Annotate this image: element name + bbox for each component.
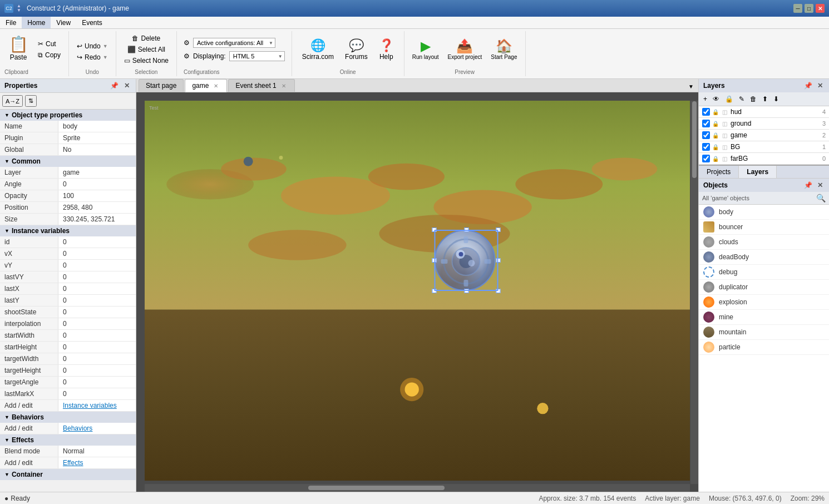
minimize-button[interactable]: ─ <box>793 4 802 13</box>
section-behaviors[interactable]: ▼ Behaviors <box>0 412 136 423</box>
layers-trash-btn[interactable]: 🗑 <box>748 94 759 104</box>
props-sort-az-btn[interactable]: A→Z <box>2 95 23 107</box>
displaying-label: Displaying: <box>193 52 226 60</box>
v-scrollbar-thumb[interactable] <box>692 101 697 178</box>
cut-button[interactable]: ✂ Cut <box>34 39 64 49</box>
maximize-button[interactable]: □ <box>805 4 813 13</box>
menu-home[interactable]: Home <box>22 17 51 28</box>
handle-tl[interactable] <box>432 228 437 232</box>
handle-bm[interactable] <box>464 289 468 293</box>
prop-global-key: Global <box>0 144 58 155</box>
section-effects[interactable]: ▼ Effects <box>0 434 136 446</box>
delete-button[interactable]: 🗑 Delete <box>129 33 164 43</box>
select-all-button[interactable]: ⬛ Select All <box>124 45 169 55</box>
objects-close-btn[interactable]: ✕ <box>816 181 825 190</box>
layers-eye-btn[interactable]: 👁 <box>710 94 722 104</box>
layers-lock-btn[interactable]: 🔒 <box>723 94 736 104</box>
tab-dropdown-btn[interactable]: ▼ <box>684 81 698 92</box>
canvas-area[interactable]: Test <box>136 92 698 492</box>
obj-row-deadBody[interactable]: deadBody <box>699 250 829 265</box>
handle-tr[interactable] <box>496 228 501 232</box>
layer-row-game[interactable]: 🔒 ◫ game 2 <box>699 130 829 141</box>
forums-button[interactable]: 💬 Forums <box>341 36 372 63</box>
add-edit-eff-link[interactable]: Effects <box>58 457 136 468</box>
obj-row-body[interactable]: body <box>699 205 829 220</box>
redo-button[interactable]: ↪ Redo ▼ <box>73 52 111 62</box>
tab-event-sheet[interactable]: Event sheet 1 ✕ <box>228 79 294 92</box>
handle-bl[interactable] <box>432 289 437 293</box>
copy-button[interactable]: ⧉ Copy <box>34 50 64 60</box>
obj-row-duplicator[interactable]: duplicator <box>699 280 829 295</box>
select-none-button[interactable]: ▭ Select None <box>121 56 172 66</box>
display-select[interactable]: HTML 5 <box>229 51 285 61</box>
layers-move-down-btn[interactable]: ⬇ <box>771 94 781 104</box>
scirra-button[interactable]: 🌐 Scirra.com <box>298 36 338 63</box>
section-common[interactable]: ▼ Common <box>0 156 136 167</box>
menu-file[interactable]: File <box>0 17 22 28</box>
h-scrollbar-thumb[interactable] <box>308 486 445 490</box>
layer-visible-ground[interactable] <box>702 120 710 127</box>
properties-close-btn[interactable]: ✕ <box>122 81 131 90</box>
tab-game-close[interactable]: ✕ <box>212 82 220 90</box>
tab-projects[interactable]: Projects <box>699 166 739 178</box>
undo-dropdown[interactable]: ▼ <box>103 43 108 49</box>
paste-button[interactable]: 📋 Paste <box>4 33 32 66</box>
section-object-type[interactable]: ▼ Object type properties <box>0 110 136 121</box>
tab-game[interactable]: game ✕ <box>185 79 227 92</box>
obj-row-bouncer[interactable]: bouncer <box>699 220 829 235</box>
layer-row-BG[interactable]: 🔒 ◫ BG 1 <box>699 141 829 153</box>
layers-pencil-btn[interactable]: ✎ <box>737 94 747 104</box>
run-layout-button[interactable]: ▶ Run layout <box>409 36 442 62</box>
objects-pin-btn[interactable]: 📌 <box>802 181 814 190</box>
obj-row-mine[interactable]: mine <box>699 310 829 325</box>
obj-row-clouds[interactable]: clouds <box>699 235 829 250</box>
layer-visible-BG[interactable] <box>702 143 710 151</box>
layer-visible-game[interactable] <box>702 131 710 139</box>
layers-move-up-btn[interactable]: ⬆ <box>760 94 770 104</box>
layers-pin-btn[interactable]: 📌 <box>802 81 814 90</box>
start-page-button[interactable]: 🏠 Start Page <box>487 36 520 62</box>
obj-row-explosion[interactable]: explosion <box>699 295 829 310</box>
obj-row-mountain[interactable]: mountain <box>699 325 829 340</box>
handle-ml[interactable] <box>432 258 437 263</box>
prop-position-row: Position 2958, 480 <box>0 202 136 214</box>
objects-search-btn[interactable]: 🔍 <box>816 194 826 202</box>
handle-tm[interactable] <box>464 228 468 232</box>
obj-row-debug[interactable]: debug <box>699 265 829 280</box>
layer-row-farBG[interactable]: 🔒 ◫ farBG 0 <box>699 153 829 165</box>
layers-close-btn[interactable]: ✕ <box>816 81 825 90</box>
add-edit-beh-key: Add / edit <box>0 423 58 434</box>
layer-visible-farBG[interactable] <box>702 155 710 162</box>
tab-layers-bottom[interactable]: Layers <box>739 166 777 178</box>
v-scrollbar[interactable] <box>690 101 698 484</box>
add-edit-beh-link[interactable]: Behaviors <box>58 423 136 434</box>
undo-button[interactable]: ↩ Undo ▼ <box>73 41 111 51</box>
handle-mr[interactable] <box>496 258 501 263</box>
tab-event-close[interactable]: ✕ <box>280 82 288 90</box>
section-container[interactable]: ▼ Container <box>0 469 136 480</box>
iv-val: 0 <box>58 318 136 329</box>
props-sort-btn[interactable]: ⇅ <box>25 95 37 107</box>
menu-view[interactable]: View <box>51 17 76 28</box>
active-config-select[interactable]: Active configurations: All <box>193 38 275 48</box>
body-sprite[interactable] <box>435 230 496 291</box>
status-mouse: Mouse: (576.3, 497.6, 0) <box>709 495 782 502</box>
close-button[interactable]: ✕ <box>816 4 825 13</box>
handle-br[interactable] <box>496 289 501 293</box>
properties-pin-btn[interactable]: 📌 <box>108 81 120 90</box>
layer-visible-hud[interactable] <box>702 108 710 116</box>
add-edit-iv-link[interactable]: Instance variables <box>58 400 136 411</box>
export-project-button[interactable]: 📤 Export project <box>445 36 486 62</box>
tab-start-page[interactable]: Start page <box>139 79 184 92</box>
help-button[interactable]: ❓ Help <box>374 36 398 63</box>
h-scrollbar[interactable] <box>145 484 690 492</box>
menu-events[interactable]: Events <box>76 17 108 28</box>
layer-num-farBG: 0 <box>819 155 826 162</box>
redo-dropdown[interactable]: ▼ <box>103 55 108 60</box>
section-instance-vars[interactable]: ▼ Instance variables <box>0 225 136 236</box>
layer-row-hud[interactable]: 🔒 ◫ hud 4 <box>699 106 829 118</box>
layers-add-btn[interactable]: + <box>701 94 709 104</box>
layer-row-ground[interactable]: 🔒 ◫ ground 3 <box>699 118 829 130</box>
prop-blend-row: Blend mode Normal <box>0 446 136 457</box>
obj-row-particle[interactable]: particle <box>699 340 829 355</box>
